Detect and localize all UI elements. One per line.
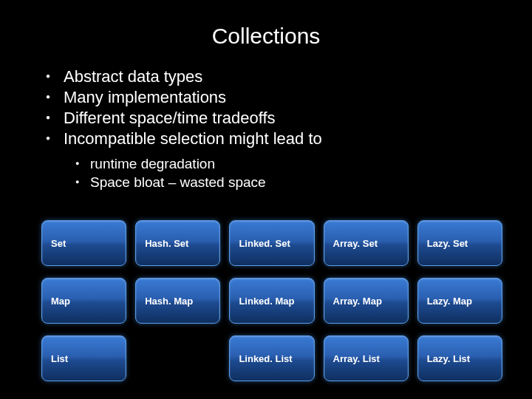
grid: Set Hash. Set Linked. Set Array. Set Laz… (41, 220, 502, 381)
grid-cell-linked-set: Linked. Set (229, 220, 314, 266)
slide-title: Collections (0, 0, 532, 49)
grid-cell-array-list: Array. List (324, 335, 409, 381)
sub-bullet-text: runtime degradation (90, 156, 215, 171)
sub-bullet-text: Space bloat – wasted space (90, 174, 266, 190)
bullet-text: Incompatible selection might lead to (64, 129, 322, 148)
grid-cell-linked-list: Linked. List (229, 335, 314, 381)
grid-cell-lazy-set: Lazy. Set (417, 220, 502, 266)
grid-cell-lazy-list: Lazy. List (417, 335, 502, 381)
grid-cell-hash-map: Hash. Map (135, 278, 220, 324)
grid-cell-hash-set: Hash. Set (135, 220, 220, 266)
bullet-item: Different space/time tradeoffs (46, 108, 532, 129)
grid-cell-array-set: Array. Set (324, 220, 409, 266)
sub-bullet-item: Space bloat – wasted space (75, 173, 532, 192)
bullet-item: Many implementations (46, 87, 532, 108)
sub-bullet-list: runtime degradation Space bloat – wasted… (46, 154, 532, 192)
bullet-item: Incompatible selection might lead to run… (46, 129, 532, 191)
bullet-list: Abstract data types Many implementations… (0, 66, 532, 192)
grid-cell-map: Map (41, 278, 126, 324)
slide: Collections Abstract data types Many imp… (0, 0, 532, 399)
bullet-item: Abstract data types (46, 66, 532, 87)
bullet-text: Abstract data types (64, 67, 202, 86)
grid-cell-list: List (41, 335, 126, 381)
bullet-text: Different space/time tradeoffs (64, 109, 276, 127)
collections-grid: Set Hash. Set Linked. Set Array. Set Laz… (41, 220, 502, 381)
sub-bullet-item: runtime degradation (75, 154, 532, 174)
grid-cell-array-map: Array. Map (324, 278, 409, 324)
grid-cell-linked-map: Linked. Map (229, 278, 314, 324)
grid-cell-set: Set (41, 220, 126, 266)
bullet-text: Many implementations (64, 88, 226, 106)
grid-cell-lazy-map: Lazy. Map (417, 278, 502, 324)
